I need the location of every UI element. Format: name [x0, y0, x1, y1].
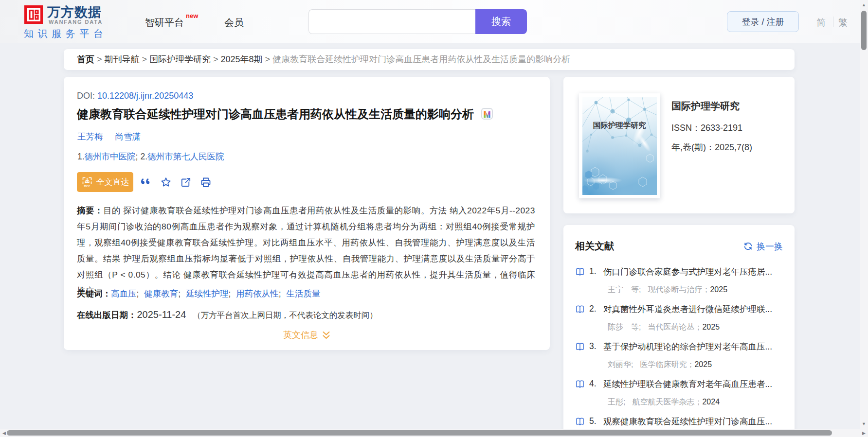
doi-link[interactable]: 10.12208/j.ijnr.20250443: [97, 91, 193, 101]
breadcrumb-journal[interactable]: 国际护理学研究: [149, 54, 211, 64]
brand-name-en: WANFANG DATA: [49, 19, 103, 25]
horizontal-scrollbar[interactable]: ◀ ▶: [0, 429, 868, 437]
breadcrumb-current: 健康教育联合延续性护理对门诊高血压患者用药依从性及生活质量的影响分析: [272, 54, 570, 64]
related-item-authors[interactable]: 王宁 等;: [608, 285, 641, 294]
book-icon: [575, 417, 585, 426]
related-item-title-row: 3. 基于保护动机理论的综合护理对老年高血压...: [575, 341, 784, 352]
breadcrumb: 首页>期刊导航>国际护理学研究>2025年8期>健康教育联合延续性护理对门诊高血…: [64, 49, 795, 70]
nav-member[interactable]: 会员: [224, 16, 244, 29]
wanfang-logo-icon[interactable]: [24, 5, 43, 24]
breadcrumb-home[interactable]: 首页: [77, 54, 94, 64]
scroll-right-arrow-icon[interactable]: ▶: [860, 431, 868, 436]
related-meta-separator: ；: [687, 360, 694, 368]
book-icon: [575, 304, 585, 314]
double-chevron-down-icon: [322, 331, 330, 340]
related-item-title[interactable]: 延续性护理联合健康教育对老年高血压患者...: [603, 379, 784, 389]
lang-simplified-toggle[interactable]: 简: [816, 17, 826, 29]
affiliation-link[interactable]: 德州市第七人民医院: [147, 152, 224, 161]
cite-icon[interactable]: [140, 176, 152, 188]
affiliation-number: 2.: [140, 152, 147, 161]
related-item-journal[interactable]: 航空航天医学杂志: [632, 398, 694, 406]
related-item-meta: 王宁 等;现代诊断与治疗；2025: [608, 285, 784, 295]
related-item-title-row: 2. 对真菌性外耳道炎患者进行微信延续护理联...: [575, 304, 784, 315]
keyword-separator: ;: [228, 289, 233, 298]
related-item-meta: 刘丽华;医学临床研究；2025: [608, 360, 784, 370]
related-item-year: 2025: [694, 360, 712, 368]
login-register-button[interactable]: 登录 / 注册: [727, 11, 799, 32]
related-header: 相关文献 换一换: [575, 240, 783, 253]
refresh-icon: [743, 242, 753, 251]
affiliation-separator: ;: [136, 152, 138, 161]
related-item-title[interactable]: 伤口门诊联合家庭参与式护理对老年压疮居...: [603, 266, 784, 277]
english-info-toggle[interactable]: 英文信息: [64, 329, 550, 341]
vertical-scrollbar-thumb[interactable]: [861, 11, 867, 50]
fulltext-button[interactable]: free 全文直达: [77, 172, 133, 192]
keyword-link[interactable]: 生活质量: [286, 289, 320, 298]
pubdate-label: 在线出版日期：: [77, 310, 137, 320]
brand-tagline: 知识服务平台: [24, 27, 108, 40]
refresh-related-button[interactable]: 换一换: [743, 241, 783, 252]
related-item-journal[interactable]: 医学临床研究: [640, 360, 687, 368]
abstract-text: 目的 探讨健康教育联合延续性护理对门诊高血压患者用药依从性及生活质量的影响。方法…: [77, 206, 535, 296]
author-link[interactable]: 王芳梅: [77, 132, 103, 141]
keyword-link[interactable]: 健康教育: [144, 289, 178, 298]
favorite-star-icon[interactable]: [160, 176, 172, 188]
journal-issn-value: 2633-2191: [701, 123, 742, 133]
related-item: 2. 对真菌性外耳道炎患者进行微信延续护理联... 陈莎 等;当代医药论丛；20…: [563, 304, 795, 341]
related-item-title-row: 4. 延续性护理联合健康教育对老年高血压患者...: [575, 379, 784, 389]
breadcrumb-issue[interactable]: 2025年8期: [221, 54, 263, 64]
related-item: 4. 延续性护理联合健康教育对老年高血压患者... 王彤;航空航天医学杂志；20…: [563, 379, 795, 416]
keyword-link[interactable]: 延续性护理: [186, 289, 229, 298]
search-bar: 搜索: [308, 9, 527, 34]
print-icon[interactable]: [200, 176, 212, 188]
lang-traditional-toggle[interactable]: 繁: [838, 17, 848, 29]
scroll-down-arrow-icon[interactable]: ▼: [860, 421, 868, 426]
journal-volume-value: 2025,7(8): [715, 142, 752, 152]
related-item-title[interactable]: 基于保护动机理论的综合护理对老年高血压...: [603, 341, 784, 352]
related-item-journal[interactable]: 当代医药论丛: [648, 323, 694, 331]
related-literature-card: 相关文献 换一换 1. 伤口门诊联合家庭参与式护理对老年压疮居...: [563, 225, 795, 437]
article-title-row: 健康教育联合延续性护理对门诊高血压患者用药依从性及生活质量的影响分析: [77, 106, 544, 122]
affiliation-link[interactable]: 德州市中医院: [85, 152, 136, 161]
keyword-separator: ;: [137, 289, 142, 298]
lang-divider: [833, 17, 833, 27]
related-item-year: 2024: [702, 398, 720, 406]
top-header: 万方数据 WANFANG DATA 知识服务平台 智研平台 new 会员 搜索 …: [0, 0, 868, 43]
refresh-label: 换一换: [757, 241, 783, 252]
related-item-authors[interactable]: 陈莎 等;: [608, 323, 641, 331]
horizontal-scrollbar-thumb[interactable]: [7, 430, 832, 436]
journal-title[interactable]: 国际护理学研究: [671, 100, 740, 113]
related-item-title[interactable]: 观察健康教育联合延续性护理对门诊高血压...: [603, 416, 784, 427]
related-item-journal[interactable]: 现代诊断与治疗: [648, 285, 702, 294]
brand-name[interactable]: 万方数据: [47, 6, 102, 18]
related-meta-separator: ；: [694, 398, 702, 406]
medline-badge-icon[interactable]: [481, 108, 493, 120]
share-icon[interactable]: [180, 176, 192, 188]
keyword-link[interactable]: 用药依从性: [236, 289, 279, 298]
keyword-link[interactable]: 高血压: [111, 289, 137, 298]
doi-label: DOI:: [77, 91, 95, 101]
breadcrumb-journal-nav[interactable]: 期刊导航: [105, 54, 140, 64]
keyword-separator: ;: [279, 289, 284, 298]
book-icon: [575, 267, 585, 277]
related-item-year: 2025: [702, 323, 720, 331]
author-link[interactable]: 尚雪潇: [115, 132, 141, 141]
related-item-title[interactable]: 对真菌性外耳道炎患者进行微信延续护理联...: [603, 304, 784, 315]
article-actions: free 全文直达: [77, 172, 212, 192]
vertical-scrollbar[interactable]: ▲ ▼: [860, 0, 868, 429]
related-item-number: 2.: [585, 304, 603, 314]
journal-issn: ISSN：2633-2191: [671, 122, 742, 134]
search-input[interactable]: [308, 9, 475, 34]
journal-cover[interactable]: 国际护理学研究: [579, 93, 660, 198]
related-item-meta: 王彤;航空航天医学杂志；2024: [608, 397, 784, 407]
abstract-label: 摘要：: [77, 206, 103, 215]
keyword-separator: ;: [178, 289, 183, 298]
related-item-authors[interactable]: 王彤;: [608, 398, 625, 406]
search-button[interactable]: 搜索: [475, 9, 527, 34]
scroll-up-arrow-icon[interactable]: ▲: [860, 2, 868, 7]
related-item-authors[interactable]: 刘丽华;: [608, 360, 633, 368]
nav-research-platform[interactable]: 智研平台 new: [145, 16, 184, 29]
related-item-number: 4.: [585, 379, 603, 389]
related-meta-separator: ；: [702, 285, 710, 294]
affiliations-row: 1.德州市中医院;2.德州市第七人民医院: [77, 151, 227, 162]
